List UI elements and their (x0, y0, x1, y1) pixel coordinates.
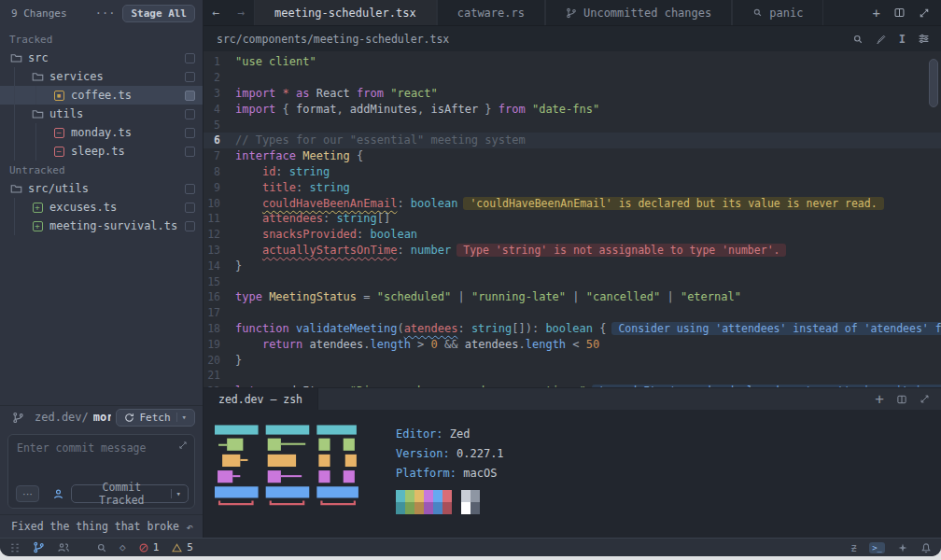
nav-forward-button[interactable]: → (229, 0, 254, 25)
inline-assist-icon[interactable] (876, 34, 887, 45)
notifications-bell-icon[interactable] (920, 542, 932, 553)
git-file-row[interactable]: −monday.ts (0, 123, 203, 142)
git-file-row[interactable]: src/utils (0, 179, 203, 198)
fetch-button[interactable]: Fetch ▾ (116, 409, 195, 427)
stage-checkbox[interactable] (185, 109, 195, 119)
diagnostics-search-icon[interactable] (96, 542, 107, 553)
code-line[interactable]: 4import { format, addMinutes, isAfter } … (204, 101, 941, 117)
diamond-icon[interactable]: ◇ (119, 541, 126, 553)
expand-commit-icon[interactable] (178, 441, 188, 450)
code-line[interactable]: 15 (204, 273, 941, 289)
editor-tab[interactable]: meeting-scheduler.tsx (254, 0, 437, 25)
code-line[interactable]: 18function validateMeeting(atendees: str… (204, 321, 941, 337)
breadcrumb-path[interactable]: src/components/meeting-scheduler.tsx (217, 33, 449, 46)
zed-ascii-logo (215, 422, 364, 508)
co-author-icon[interactable] (52, 488, 64, 500)
code-line[interactable]: 8 id: string (204, 164, 941, 180)
buffer-search-icon[interactable] (852, 34, 864, 45)
fetch-dropdown-chevron[interactable]: ▾ (176, 413, 187, 422)
git-file-row[interactable]: src (0, 49, 203, 67)
code-line[interactable]: 13 actuallyStartsOnTime: numberType 'str… (204, 243, 941, 259)
stage-checkbox[interactable] (185, 72, 195, 82)
branch-row[interactable]: zed.dev/ more-coffee Fetch ▾ (0, 405, 203, 428)
code-line[interactable]: 6// Types for our "essential" meeting sy… (204, 133, 941, 148)
terminal-panel[interactable]: Editor: ZedVersion: 0.227.1Platform: mac… (204, 410, 941, 538)
code-line[interactable]: 3import * as React from "react" (204, 86, 941, 102)
code-line[interactable]: 22let agendaItem = "Discuss why we need … (204, 384, 941, 387)
new-terminal-button[interactable]: + (875, 390, 884, 408)
editor-tab[interactable]: catware.rs (437, 0, 545, 25)
commit-box: ··· Commit Tracked ▾ (7, 434, 195, 509)
stage-checkbox[interactable] (185, 53, 195, 63)
new-tab-button[interactable]: + (873, 6, 880, 21)
fetch-info: Editor: ZedVersion: 0.227.1Platform: mac… (396, 425, 504, 483)
palette-swatch (470, 502, 480, 514)
code-line[interactable]: 9 title: string (204, 179, 941, 195)
stage-checkbox[interactable] (185, 147, 195, 157)
git-file-row[interactable]: +excuses.ts (0, 198, 203, 217)
code-line[interactable]: 2 (204, 70, 941, 86)
text-cursor-icon[interactable]: I (899, 33, 906, 46)
assistant-sparkle-icon[interactable] (897, 542, 908, 553)
terminal-tab[interactable]: zed.dev — zsh (204, 388, 318, 410)
git-status-icon: + (31, 203, 44, 213)
folder-icon (31, 108, 44, 119)
last-commit-message: Fixed the thing that broke the thing (11, 520, 180, 533)
folder-icon (31, 71, 44, 82)
commit-message-input[interactable] (8, 435, 194, 483)
terminal-panel-toggle-icon[interactable]: >_ (869, 542, 885, 553)
editor-tab[interactable]: panic (732, 0, 823, 25)
editor-scrollbar-thumb[interactable] (929, 59, 938, 107)
editor-tab[interactable]: Uncommitted changes (545, 0, 732, 25)
code-line[interactable]: 20} (204, 352, 941, 368)
stage-checkbox[interactable] (185, 203, 195, 213)
git-file-row[interactable]: ▪coffee.ts (0, 86, 203, 105)
code-line[interactable]: 12 snacksProvided: boolean (204, 227, 941, 243)
code-line[interactable]: 14} (204, 258, 941, 273)
git-file-row[interactable]: services (0, 67, 203, 86)
nav-back-button[interactable]: ← (204, 0, 229, 25)
git-file-row[interactable]: +meeting-survival.ts (0, 217, 203, 235)
stage-checkbox[interactable] (185, 128, 195, 138)
status-bar: ◇ 1 5 ƶ >_ (0, 538, 941, 556)
code-line[interactable]: 11 attendees: string[] (204, 211, 941, 227)
line-number: 5 (204, 119, 235, 132)
stage-checkbox[interactable] (185, 91, 195, 101)
code-line[interactable]: 16type MeetingStatus = "scheduled" | "ru… (204, 289, 941, 305)
code-editor[interactable]: 1"use client"23import * as React from "r… (204, 51, 941, 387)
line-number: 22 (204, 385, 235, 387)
commit-dropdown-chevron[interactable]: ▾ (171, 489, 181, 498)
editor-controls-icon[interactable] (918, 33, 930, 45)
commit-more-button[interactable]: ··· (16, 485, 39, 502)
split-terminal-icon[interactable] (896, 394, 907, 405)
palette-swatch (442, 490, 452, 502)
error-count-badge[interactable]: 1 (138, 541, 160, 553)
project-panel-icon[interactable] (9, 542, 21, 553)
edit-prediction-icon[interactable]: ƶ (850, 541, 857, 554)
split-pane-icon[interactable] (893, 7, 906, 19)
code-line[interactable]: 19 return atendees.length > 0 && atendee… (204, 336, 941, 352)
commit-tracked-button[interactable]: Commit Tracked ▾ (71, 484, 189, 503)
stage-checkbox[interactable] (185, 221, 195, 231)
code-line[interactable]: 5 (204, 117, 941, 133)
code-line[interactable]: 7interface Meeting { (204, 148, 941, 164)
warning-count-badge[interactable]: 5 (171, 541, 193, 553)
line-number: 11 (204, 212, 235, 225)
folder-icon (9, 183, 22, 194)
undo-commit-icon[interactable]: ↶ (186, 520, 193, 534)
stage-all-button[interactable]: Stage All (122, 5, 195, 22)
code-line[interactable]: 10 couldHaveBeenAnEmail: boolean'couldHa… (204, 195, 941, 211)
git-panel-header: 9 Changes ··· Stage All (0, 0, 203, 26)
git-more-menu-button[interactable]: ··· (95, 7, 116, 20)
code-line[interactable]: 21 (204, 368, 941, 384)
collab-panel-icon[interactable] (57, 541, 70, 553)
maximize-pane-icon[interactable] (919, 7, 930, 19)
git-panel-toggle-icon[interactable] (33, 541, 45, 553)
git-file-row[interactable]: utils (0, 105, 203, 123)
code-line[interactable]: 17 (204, 305, 941, 321)
code-line[interactable]: 1"use client" (204, 54, 941, 70)
maximize-terminal-icon[interactable] (920, 394, 930, 404)
git-file-row[interactable]: −sleep.ts (0, 142, 203, 161)
branch-remote: zed.dev/ (35, 411, 89, 424)
stage-checkbox[interactable] (185, 184, 195, 194)
